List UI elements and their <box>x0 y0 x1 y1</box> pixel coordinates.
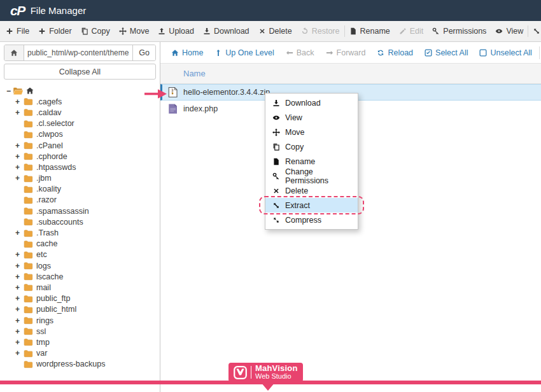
path-input[interactable] <box>24 45 132 60</box>
expand-icon[interactable]: + <box>15 152 24 161</box>
toolbar-button-copy[interactable]: Copy <box>76 21 115 41</box>
nav-button-reload[interactable]: Reload <box>371 48 419 57</box>
expand-icon[interactable]: + <box>15 141 24 150</box>
collapse-all-button[interactable]: Collapse All <box>4 64 156 80</box>
collapse-icon[interactable]: − <box>6 87 11 95</box>
expand-icon[interactable]: + <box>15 316 24 325</box>
copy-icon <box>81 27 88 35</box>
menu-item-copy[interactable]: Copy <box>265 139 358 154</box>
file-icon <box>349 27 357 35</box>
navigation-bar: HomeUp One LevelBackForwardReloadSelect … <box>160 42 541 64</box>
tree-item-var[interactable]: +var <box>0 348 160 359</box>
tree-item-wordpress-backups[interactable]: wordpress-backups <box>0 359 160 370</box>
tree-item-htpasswds[interactable]: +.htpasswds <box>0 162 160 172</box>
tree-item-tmp[interactable]: +tmp <box>0 337 160 347</box>
expand-icon[interactable]: + <box>15 262 24 270</box>
folder-icon <box>24 240 33 248</box>
toolbar-button-rename[interactable]: Rename <box>345 21 395 41</box>
folder-icon <box>24 218 33 226</box>
expand-icon[interactable]: + <box>15 228 24 237</box>
tree-item-label: .jbm <box>36 174 52 183</box>
expand-icon[interactable]: + <box>15 283 24 292</box>
expand-icon[interactable]: + <box>15 327 24 336</box>
expand-icon[interactable]: + <box>15 163 24 172</box>
menu-item-extract[interactable]: Extract <box>265 198 358 213</box>
tree-item-trash[interactable]: +.Trash <box>0 227 160 238</box>
menu-item-change-permissions[interactable]: Change Permissions <box>265 169 358 183</box>
watermark-badge: MahVision Web Studio <box>228 363 303 382</box>
tree-item-cagefs[interactable]: +.cagefs <box>0 96 160 107</box>
expand-icon[interactable]: + <box>15 305 24 314</box>
tree-item-lscache[interactable]: +lscache <box>0 271 160 282</box>
tree-item-koality[interactable]: .koality <box>0 184 160 195</box>
toolbar-button-permissions[interactable]: Permissions <box>428 21 491 41</box>
address-group: Go <box>4 45 156 61</box>
plus-icon <box>38 27 46 35</box>
expand-icon[interactable]: + <box>15 294 24 303</box>
expand-icon[interactable]: + <box>15 250 24 259</box>
nav-button-label: Unselect All <box>490 48 531 57</box>
menu-item-move[interactable]: Move <box>265 125 358 139</box>
toolbar-button-upload[interactable]: Upload <box>153 21 199 41</box>
tree-item-caldav[interactable]: +.caldav <box>0 107 160 118</box>
tree-item-cpanel[interactable]: +.cPanel <box>0 140 160 151</box>
expand-icon[interactable]: + <box>15 97 24 106</box>
toolbar-button-folder[interactable]: Folder <box>34 21 76 41</box>
address-home-button[interactable] <box>4 45 24 60</box>
tree-item-mail[interactable]: +mail <box>0 282 160 293</box>
menu-item-view[interactable]: View <box>265 110 358 125</box>
menu-item-compress[interactable]: Compress <box>265 213 358 227</box>
download-icon <box>203 27 211 35</box>
tree-item-label: etc <box>36 250 47 259</box>
tree-item-rings[interactable]: +rings <box>0 315 160 326</box>
tree-item-logs[interactable]: +logs <box>0 260 160 271</box>
tree-item-razor[interactable]: .razor <box>0 195 160 206</box>
tree-item-cphorde[interactable]: +.cphorde <box>0 151 160 162</box>
tree-item-subaccounts[interactable]: .subaccounts <box>0 216 160 227</box>
home-icon <box>10 49 18 57</box>
expand-icon[interactable]: + <box>15 272 24 281</box>
download-icon <box>272 99 280 107</box>
expand-icon[interactable]: + <box>15 338 24 347</box>
tree-item-cl-selector[interactable]: .cl.selector <box>0 118 160 129</box>
folder-icon <box>24 196 33 204</box>
tree-item-cache[interactable]: cache <box>0 239 160 249</box>
toolbar-button-file[interactable]: File <box>1 21 34 41</box>
go-button[interactable]: Go <box>132 45 155 60</box>
nav-button-home[interactable]: Home <box>165 48 209 57</box>
toolbar-button-label: View <box>506 27 523 36</box>
name-column-header[interactable]: Name <box>183 69 206 78</box>
menu-item-label: Move <box>285 128 305 137</box>
key-icon <box>272 172 280 180</box>
menu-item-delete[interactable]: Delete <box>265 183 358 198</box>
tree-item-clwpos[interactable]: .clwpos <box>0 129 160 140</box>
up-icon <box>214 49 222 57</box>
toolbar-button-label: Edit <box>410 27 424 36</box>
expand-icon[interactable]: + <box>15 349 24 358</box>
toolbar-button-download[interactable]: Download <box>199 21 254 41</box>
toolbar-button-view[interactable]: View <box>491 21 528 41</box>
tree-item-jbm[interactable]: +.jbm <box>0 173 160 184</box>
toolbar-button-extract[interactable]: Extract <box>528 21 541 41</box>
nav-button-select-all[interactable]: Select All <box>419 48 474 57</box>
expand-icon[interactable]: + <box>15 174 24 183</box>
tree-item-label: rings <box>36 316 53 325</box>
tree-root-item[interactable]: − <box>0 85 160 96</box>
mahvision-logo-icon <box>234 366 247 379</box>
tree-item-spamassassin[interactable]: .spamassassin <box>0 206 160 216</box>
toolbar-button-move[interactable]: Move <box>115 21 154 41</box>
tree-item-etc[interactable]: +etc <box>0 249 160 260</box>
nav-divider <box>539 46 540 59</box>
tree-item-label: .htpasswds <box>36 163 76 172</box>
tree-item-ssl[interactable]: +ssl <box>0 326 160 337</box>
nav-button-up-one-level[interactable]: Up One Level <box>209 48 279 57</box>
nav-button-label: Forward <box>337 48 366 57</box>
tree-item-public-ftp[interactable]: +public_ftp <box>0 293 160 304</box>
annotation-arrow-icon <box>144 88 167 99</box>
tree-item-public-html[interactable]: +public_html <box>0 304 160 315</box>
toolbar-button-delete[interactable]: Delete <box>254 21 297 41</box>
expand-icon[interactable]: + <box>15 108 24 117</box>
menu-item-download[interactable]: Download <box>265 95 358 110</box>
nav-button-unselect-all[interactable]: Unselect All <box>474 48 537 57</box>
toolbar-button-restore: Restore <box>297 21 344 41</box>
